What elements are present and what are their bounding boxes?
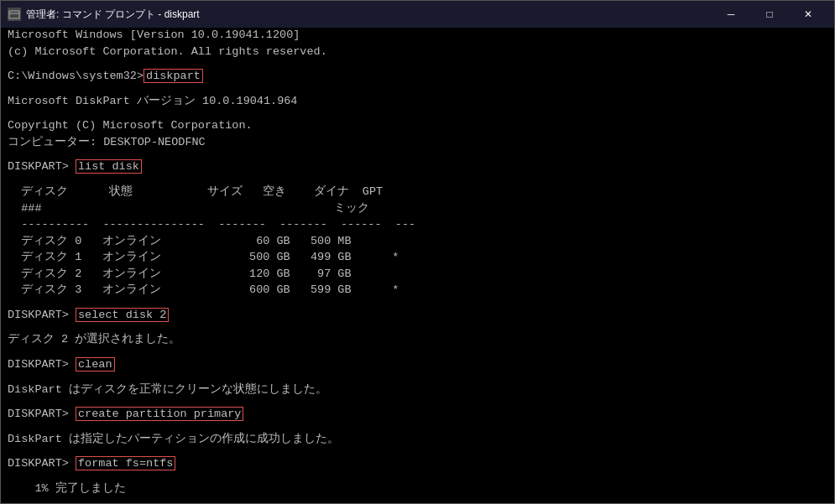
prompt-text: C:\Windows\system32> — [8, 70, 144, 82]
terminal-command-line: DISKPART> clean — [8, 356, 827, 373]
terminal-command-line: DISKPART> list disk — [8, 158, 827, 175]
svg-rect-0 — [9, 11, 19, 18]
maximize-button[interactable]: □ — [750, 1, 789, 28]
terminal-line: DiskPart は指定したパーティションの作成に成功しました。 — [8, 431, 827, 448]
terminal-command-line: C:\Windows\system32>diskpart — [8, 68, 827, 85]
terminal-line: Microsoft Windows [Version 10.0.19041.12… — [8, 28, 827, 44]
terminal-command-line: DISKPART> format fs=ntfs — [8, 455, 827, 472]
command-text: list disk — [76, 159, 142, 174]
terminal-line: 1% 完了しました — [8, 481, 827, 497]
window-title: 管理者: コマンド プロンプト - diskpart — [26, 8, 707, 22]
terminal-command-line: DISKPART> select disk 2 — [8, 307, 827, 324]
command-text: clean — [76, 357, 115, 372]
prompt-text: DISKPART> — [8, 309, 76, 321]
terminal-line: DiskPart はディスクを正常にクリーンな状態にしました。 — [8, 382, 827, 398]
terminal-line: コンピューター: DESKTOP-NEODFNC — [8, 134, 827, 151]
terminal-line: ディスク 3 オンライン 600 GB 599 GB * — [8, 282, 827, 299]
terminal-line: ディスク 状態 サイズ 空き ダイナ GPT — [8, 184, 827, 200]
cmd-window: 管理者: コマンド プロンプト - diskpart ─ □ ✕ Microso… — [0, 0, 835, 504]
terminal-line: ディスク 0 オンライン 60 GB 500 MB — [8, 233, 827, 250]
minimize-button[interactable]: ─ — [712, 1, 750, 28]
window-icon — [8, 8, 21, 21]
command-text: format fs=ntfs — [76, 456, 175, 470]
terminal-line: (c) Microsoft Corporation. All rights re… — [8, 44, 827, 60]
terminal-line: Microsoft DiskPart バージョン 10.0.19041.964 — [8, 93, 827, 110]
terminal-line: ---------- --------------- ------- -----… — [8, 216, 827, 233]
title-bar: 管理者: コマンド プロンプト - diskpart ─ □ ✕ — [1, 1, 834, 28]
prompt-text: DISKPART> — [8, 457, 76, 470]
prompt-text: DISKPART> — [8, 160, 76, 173]
terminal-line: Copyright (C) Microsoft Corporation. — [8, 117, 827, 134]
terminal-output[interactable]: Microsoft Windows [Version 10.0.19041.12… — [1, 28, 834, 503]
terminal-command-line: DISKPART> create partition primary — [8, 406, 827, 423]
terminal-line: ディスク 2 が選択されました。 — [8, 331, 827, 348]
window-controls: ─ □ ✕ — [712, 1, 827, 28]
prompt-text: DISKPART> — [8, 358, 76, 371]
terminal-line: ディスク 2 オンライン 120 GB 97 GB — [8, 266, 827, 283]
terminal-line: ### ミック — [8, 200, 827, 217]
command-text: select disk 2 — [76, 308, 169, 322]
terminal-line: ディスク 1 オンライン 500 GB 499 GB * — [8, 249, 827, 266]
command-text: create partition primary — [76, 407, 243, 421]
command-text: diskpart — [144, 69, 203, 83]
close-button[interactable]: ✕ — [789, 1, 827, 28]
prompt-text: DISKPART> — [8, 408, 76, 420]
